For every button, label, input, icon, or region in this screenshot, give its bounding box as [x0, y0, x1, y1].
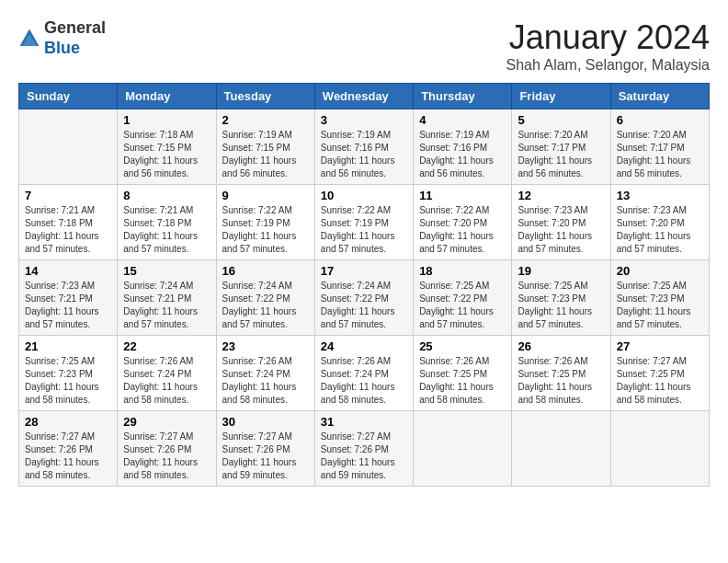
day-number: 14: [25, 264, 111, 278]
calendar-cell: 21Sunrise: 7:25 AMSunset: 7:23 PMDayligh…: [19, 336, 118, 411]
column-header-tuesday: Tuesday: [216, 84, 314, 109]
day-info: Sunrise: 7:22 AMSunset: 7:19 PMDaylight:…: [222, 204, 309, 256]
calendar-cell: 25Sunrise: 7:26 AMSunset: 7:25 PMDayligh…: [414, 336, 512, 411]
logo-icon: [18, 28, 40, 50]
day-number: 18: [419, 264, 506, 278]
day-number: 15: [123, 264, 210, 278]
day-info: Sunrise: 7:19 AMSunset: 7:16 PMDaylight:…: [321, 129, 407, 180]
day-info: Sunrise: 7:21 AMSunset: 7:18 PMDaylight:…: [25, 204, 111, 256]
calendar-cell: 9Sunrise: 7:22 AMSunset: 7:19 PMDaylight…: [216, 185, 314, 260]
day-number: 5: [518, 113, 604, 127]
calendar-cell: 26Sunrise: 7:26 AMSunset: 7:25 PMDayligh…: [512, 336, 610, 411]
calendar-cell: 18Sunrise: 7:25 AMSunset: 7:22 PMDayligh…: [414, 260, 512, 336]
calendar-cell: 16Sunrise: 7:24 AMSunset: 7:22 PMDayligh…: [216, 260, 314, 336]
day-info: Sunrise: 7:23 AMSunset: 7:20 PMDaylight:…: [518, 204, 604, 256]
calendar-cell: [19, 109, 118, 185]
calendar-cell: 14Sunrise: 7:23 AMSunset: 7:21 PMDayligh…: [19, 260, 118, 336]
day-info: Sunrise: 7:24 AMSunset: 7:21 PMDaylight:…: [123, 280, 210, 331]
calendar-week-row: 7Sunrise: 7:21 AMSunset: 7:18 PMDaylight…: [19, 185, 710, 260]
day-number: 29: [123, 415, 210, 429]
logo-general-text: General: [44, 18, 106, 37]
day-info: Sunrise: 7:24 AMSunset: 7:22 PMDaylight:…: [321, 280, 407, 331]
day-info: Sunrise: 7:25 AMSunset: 7:23 PMDaylight:…: [617, 280, 703, 331]
day-number: 24: [321, 339, 407, 353]
day-info: Sunrise: 7:18 AMSunset: 7:15 PMDaylight:…: [123, 129, 210, 180]
day-number: 1: [123, 113, 210, 127]
calendar-cell: 23Sunrise: 7:26 AMSunset: 7:24 PMDayligh…: [216, 336, 314, 411]
day-number: 13: [617, 189, 703, 202]
calendar-header-row: SundayMondayTuesdayWednesdayThursdayFrid…: [19, 84, 710, 109]
location-title: Shah Alam, Selangor, Malaysia: [506, 57, 710, 74]
day-number: 7: [25, 189, 111, 202]
day-info: Sunrise: 7:26 AMSunset: 7:25 PMDaylight:…: [419, 355, 506, 407]
day-info: Sunrise: 7:26 AMSunset: 7:25 PMDaylight:…: [518, 355, 604, 407]
month-title: January 2024: [506, 18, 710, 57]
column-header-thursday: Thursday: [414, 84, 512, 109]
day-number: 11: [419, 189, 506, 202]
day-number: 6: [617, 113, 703, 127]
calendar-cell: [414, 411, 512, 487]
page-header: General Blue January 2024 Shah Alam, Sel…: [18, 18, 710, 74]
logo: General Blue: [18, 18, 106, 58]
calendar-week-row: 1Sunrise: 7:18 AMSunset: 7:15 PMDaylight…: [19, 109, 710, 185]
day-number: 3: [321, 113, 407, 127]
calendar-cell: 7Sunrise: 7:21 AMSunset: 7:18 PMDaylight…: [19, 185, 118, 260]
day-number: 10: [321, 189, 407, 202]
day-info: Sunrise: 7:25 AMSunset: 7:22 PMDaylight:…: [419, 280, 506, 331]
day-number: 12: [518, 189, 604, 202]
calendar-cell: 6Sunrise: 7:20 AMSunset: 7:17 PMDaylight…: [610, 109, 709, 185]
calendar-table: SundayMondayTuesdayWednesdayThursdayFrid…: [18, 83, 710, 487]
calendar-cell: 20Sunrise: 7:25 AMSunset: 7:23 PMDayligh…: [610, 260, 709, 336]
day-info: Sunrise: 7:27 AMSunset: 7:26 PMDaylight:…: [222, 431, 309, 482]
day-number: 17: [321, 264, 407, 278]
column-header-saturday: Saturday: [610, 84, 709, 109]
calendar-cell: 29Sunrise: 7:27 AMSunset: 7:26 PMDayligh…: [118, 411, 216, 487]
day-number: 23: [222, 339, 309, 353]
calendar-cell: 2Sunrise: 7:19 AMSunset: 7:15 PMDaylight…: [216, 109, 314, 185]
calendar-cell: 24Sunrise: 7:26 AMSunset: 7:24 PMDayligh…: [314, 336, 413, 411]
day-info: Sunrise: 7:21 AMSunset: 7:18 PMDaylight:…: [123, 204, 210, 256]
day-number: 9: [222, 189, 309, 202]
day-info: Sunrise: 7:25 AMSunset: 7:23 PMDaylight:…: [25, 355, 111, 407]
day-info: Sunrise: 7:27 AMSunset: 7:25 PMDaylight:…: [617, 355, 703, 407]
calendar-cell: 10Sunrise: 7:22 AMSunset: 7:19 PMDayligh…: [314, 185, 413, 260]
calendar-cell: [610, 411, 709, 487]
calendar-cell: 4Sunrise: 7:19 AMSunset: 7:16 PMDaylight…: [414, 109, 512, 185]
calendar-cell: 28Sunrise: 7:27 AMSunset: 7:26 PMDayligh…: [19, 411, 118, 487]
title-section: January 2024 Shah Alam, Selangor, Malays…: [506, 18, 710, 74]
calendar-cell: 22Sunrise: 7:26 AMSunset: 7:24 PMDayligh…: [118, 336, 216, 411]
logo-blue-text: Blue: [44, 39, 80, 57]
column-header-friday: Friday: [512, 84, 610, 109]
day-info: Sunrise: 7:20 AMSunset: 7:17 PMDaylight:…: [518, 129, 604, 180]
day-info: Sunrise: 7:23 AMSunset: 7:21 PMDaylight:…: [25, 280, 111, 331]
day-info: Sunrise: 7:27 AMSunset: 7:26 PMDaylight:…: [25, 431, 111, 482]
calendar-cell: 30Sunrise: 7:27 AMSunset: 7:26 PMDayligh…: [216, 411, 314, 487]
calendar-cell: 17Sunrise: 7:24 AMSunset: 7:22 PMDayligh…: [314, 260, 413, 336]
day-info: Sunrise: 7:27 AMSunset: 7:26 PMDaylight:…: [123, 431, 210, 482]
day-info: Sunrise: 7:19 AMSunset: 7:16 PMDaylight:…: [419, 129, 506, 180]
day-info: Sunrise: 7:22 AMSunset: 7:19 PMDaylight:…: [321, 204, 407, 256]
calendar-cell: 3Sunrise: 7:19 AMSunset: 7:16 PMDaylight…: [314, 109, 413, 185]
column-header-sunday: Sunday: [19, 84, 118, 109]
calendar-cell: 19Sunrise: 7:25 AMSunset: 7:23 PMDayligh…: [512, 260, 610, 336]
day-number: 19: [518, 264, 604, 278]
column-header-wednesday: Wednesday: [314, 84, 413, 109]
day-info: Sunrise: 7:20 AMSunset: 7:17 PMDaylight:…: [617, 129, 703, 180]
calendar-week-row: 14Sunrise: 7:23 AMSunset: 7:21 PMDayligh…: [19, 260, 710, 336]
column-header-monday: Monday: [118, 84, 216, 109]
day-info: Sunrise: 7:27 AMSunset: 7:26 PMDaylight:…: [321, 431, 407, 482]
calendar-cell: 12Sunrise: 7:23 AMSunset: 7:20 PMDayligh…: [512, 185, 610, 260]
logo-text: General Blue: [44, 18, 106, 58]
day-number: 31: [321, 415, 407, 429]
day-number: 28: [25, 415, 111, 429]
day-number: 8: [123, 189, 210, 202]
day-number: 20: [617, 264, 703, 278]
calendar-week-row: 28Sunrise: 7:27 AMSunset: 7:26 PMDayligh…: [19, 411, 710, 487]
day-number: 25: [419, 339, 506, 353]
day-number: 30: [222, 415, 309, 429]
calendar-week-row: 21Sunrise: 7:25 AMSunset: 7:23 PMDayligh…: [19, 336, 710, 411]
calendar-cell: 31Sunrise: 7:27 AMSunset: 7:26 PMDayligh…: [314, 411, 413, 487]
calendar-cell: 11Sunrise: 7:22 AMSunset: 7:20 PMDayligh…: [414, 185, 512, 260]
day-info: Sunrise: 7:23 AMSunset: 7:20 PMDaylight:…: [617, 204, 703, 256]
calendar-cell: 8Sunrise: 7:21 AMSunset: 7:18 PMDaylight…: [118, 185, 216, 260]
